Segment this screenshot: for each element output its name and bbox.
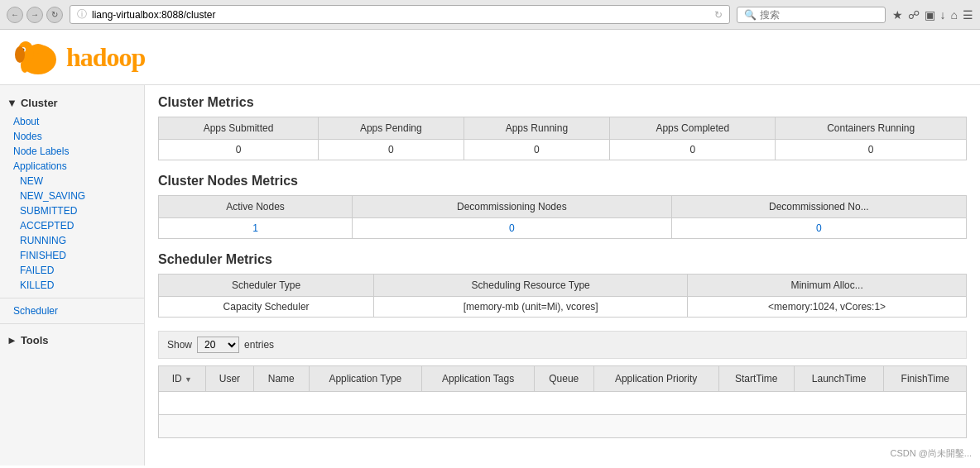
val-apps-submitted: 0 [159, 140, 319, 160]
sidebar-divider-2 [0, 323, 144, 324]
val-apps-pending: 0 [319, 140, 464, 160]
pocket-icon[interactable]: ▣ [925, 8, 935, 21]
cluster-nodes-metrics-row: 1 0 0 [159, 218, 967, 239]
show-entries-bar: Show 10 20 25 50 100 entries [158, 331, 967, 359]
sidebar-item-new-saving[interactable]: NEW_SAVING [0, 189, 144, 203]
col-decommissioning-nodes: Decommissioning Nodes [353, 196, 672, 218]
col-apps-running: Apps Running [464, 117, 610, 140]
val-decommissioned-nodes: 0 [671, 218, 966, 239]
sidebar: ▼ Cluster About Nodes Node Labels Applic… [0, 85, 145, 466]
show-label: Show [167, 339, 192, 351]
col-scheduler-type: Scheduler Type [159, 275, 374, 297]
sidebar-item-accepted[interactable]: ACCEPTED [0, 218, 144, 233]
entries-label: entries [244, 339, 274, 351]
forward-button[interactable]: → [26, 7, 43, 23]
cluster-metrics-row: 0 0 0 0 0 [159, 140, 967, 160]
app-header: hadoop [0, 30, 980, 85]
watermark: CSDN @尚未開鑿... [890, 447, 972, 460]
cluster-nodes-metrics-title: Cluster Nodes Metrics [158, 174, 967, 189]
sidebar-item-scheduler[interactable]: Scheduler [0, 303, 144, 318]
search-input[interactable] [760, 9, 876, 21]
sidebar-item-killed[interactable]: KILLED [0, 278, 144, 293]
back-button[interactable]: ← [7, 7, 23, 23]
active-nodes-link[interactable]: 1 [252, 222, 258, 234]
col-scheduling-resource-type: Scheduling Resource Type [374, 275, 688, 297]
col-id[interactable]: ID ▼ [159, 366, 206, 392]
browser-chrome: ← → ↻ ⓘ ↻ 🔍 ★ ☍ ▣ ↓ ⌂ ☰ [0, 0, 980, 30]
col-user: User [205, 366, 253, 392]
scheduler-metrics-table: Scheduler Type Scheduling Resource Type … [158, 274, 967, 318]
col-application-priority: Application Priority [593, 366, 718, 392]
sidebar-item-submitted[interactable]: SUBMITTED [0, 203, 144, 218]
scheduler-metrics-title: Scheduler Metrics [158, 252, 967, 267]
cluster-label: Cluster [21, 97, 58, 109]
applications-table: ID ▼ User Name Application Type Applicat… [158, 365, 967, 438]
reload-icon: ↻ [714, 9, 723, 21]
url-input[interactable] [92, 9, 709, 21]
sidebar-item-node-labels[interactable]: Node Labels [0, 144, 144, 159]
sidebar-item-finished[interactable]: FINISHED [0, 248, 144, 263]
menu-icon[interactable]: ☰ [963, 8, 973, 21]
col-apps-pending: Apps Pending [319, 117, 464, 140]
sidebar-divider [0, 298, 144, 298]
col-minimum-alloc: Minimum Alloc... [688, 275, 967, 297]
empty-row-2 [159, 415, 967, 438]
nav-buttons: ← → ↻ [7, 7, 63, 23]
sidebar-item-running[interactable]: RUNNING [0, 233, 144, 248]
val-apps-running: 0 [464, 140, 610, 160]
col-apps-completed: Apps Completed [610, 117, 776, 140]
refresh-button[interactable]: ↻ [46, 7, 63, 23]
val-scheduler-type: Capacity Scheduler [159, 297, 374, 318]
decommissioning-nodes-link[interactable]: 0 [509, 222, 515, 234]
col-finish-time: FinishTime [884, 366, 967, 392]
applications-tbody [159, 392, 967, 438]
cluster-metrics-title: Cluster Metrics [158, 95, 967, 110]
col-active-nodes: Active Nodes [159, 196, 353, 218]
entries-select[interactable]: 10 20 25 50 100 [197, 337, 239, 353]
bookmark-icon[interactable]: ★ [892, 8, 903, 21]
content-area: Cluster Metrics Apps Submitted Apps Pend… [145, 85, 980, 466]
sidebar-item-new[interactable]: NEW [0, 174, 144, 189]
scheduler-metrics-row: Capacity Scheduler [memory-mb (unit=Mi),… [159, 297, 967, 318]
hadoop-elephant-icon [13, 36, 63, 78]
col-queue: Queue [534, 366, 593, 392]
svg-point-3 [31, 44, 45, 54]
main-layout: ▼ Cluster About Nodes Node Labels Applic… [0, 85, 980, 466]
val-containers-running: 0 [776, 140, 967, 160]
home-icon[interactable]: ⌂ [951, 8, 958, 21]
col-containers-running: Containers Running [776, 117, 967, 140]
chevron-down-icon: ▼ [7, 97, 17, 109]
val-minimum-alloc: <memory:1024, vCores:1> [688, 297, 967, 318]
col-id-label: ID [172, 373, 182, 384]
col-decommissioned-nodes: Decommissioned No... [671, 196, 966, 218]
decommissioned-nodes-link[interactable]: 0 [816, 222, 822, 234]
col-name: Name [253, 366, 309, 392]
col-start-time: StartTime [718, 366, 794, 392]
cluster-section-toggle[interactable]: ▼ Cluster [0, 92, 144, 114]
download-icon[interactable]: ↓ [940, 8, 946, 21]
col-launch-time: LaunchTime [794, 366, 884, 392]
svg-point-6 [15, 46, 25, 63]
sidebar-item-nodes[interactable]: Nodes [0, 129, 144, 144]
hadoop-title: hadoop [66, 42, 145, 73]
sidebar-item-applications[interactable]: Applications [0, 159, 144, 174]
hadoop-logo: hadoop [13, 36, 967, 78]
tools-section-toggle[interactable]: ► Tools [0, 329, 144, 351]
cluster-metrics-table: Apps Submitted Apps Pending Apps Running… [158, 117, 967, 160]
search-icon: 🔍 [744, 9, 757, 21]
cluster-nodes-metrics-table: Active Nodes Decommissioning Nodes Decom… [158, 195, 967, 239]
val-decommissioning-nodes: 0 [353, 218, 672, 239]
sort-icon: ▼ [185, 375, 192, 384]
chevron-right-icon: ► [7, 334, 17, 346]
val-apps-completed: 0 [610, 140, 776, 160]
reader-icon[interactable]: ☍ [908, 8, 920, 21]
val-scheduling-resource-type: [memory-mb (unit=Mi), vcores] [374, 297, 688, 318]
col-apps-submitted: Apps Submitted [159, 117, 319, 140]
address-bar[interactable]: ⓘ ↻ [70, 5, 730, 24]
sidebar-item-failed[interactable]: FAILED [0, 263, 144, 278]
search-bar[interactable]: 🔍 [737, 7, 886, 23]
col-application-type: Application Type [309, 366, 422, 392]
col-application-tags: Application Tags [422, 366, 535, 392]
sidebar-item-about[interactable]: About [0, 114, 144, 129]
lock-icon: ⓘ [77, 7, 87, 21]
